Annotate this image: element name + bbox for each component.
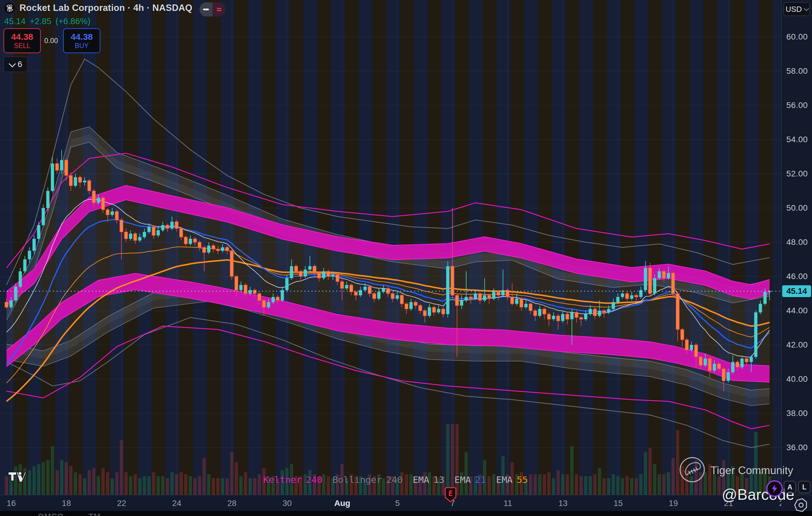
- price-axis-label: 52.00: [786, 169, 808, 178]
- atom-icon: [4, 2, 16, 13]
- price-axis-label: 56.00: [786, 101, 808, 110]
- buy-label: BUY: [75, 42, 88, 50]
- svg-text:E: E: [448, 489, 453, 498]
- chevron-down-icon: [804, 6, 809, 11]
- time-axis[interactable]: 161822242830Aug57111315192125: [0, 495, 781, 511]
- legend-item[interactable]: 55: [517, 475, 527, 485]
- earnings-badge-icon[interactable]: E: [444, 487, 457, 504]
- price-change: +2.85: [30, 17, 51, 26]
- chart-style-toggle[interactable]: ≈: [200, 2, 225, 17]
- chevron-down-icon: [8, 60, 16, 67]
- sell-price: 44.38: [11, 32, 33, 42]
- legend-item[interactable]: Keltner: [263, 475, 302, 485]
- legend-item[interactable]: EMA: [455, 475, 471, 485]
- time-axis-label: 16: [6, 498, 16, 508]
- sell-button[interactable]: 44.38 SELL: [3, 28, 41, 53]
- bar-count-dropdown[interactable]: 6: [3, 57, 28, 72]
- time-axis-label: 30: [282, 498, 291, 508]
- currency-label: USD: [786, 5, 802, 14]
- last-price-tag: 45.14: [782, 285, 811, 297]
- price-change-pct: (+6.86%): [55, 17, 90, 26]
- last-price: 45.14: [4, 17, 26, 26]
- price-axis-label: 50.00: [786, 203, 808, 213]
- trading-chart-window: Rocket Lab Corporation · 4h · NASDAQ ≈ 4…: [0, 0, 812, 516]
- spread-value: 0.00: [44, 36, 58, 45]
- bottom-ticker-label: QMCO: [38, 512, 64, 516]
- symbol-title[interactable]: Rocket Lab Corporation · 4h · NASDAQ: [20, 3, 192, 13]
- legend-item[interactable]: EMA: [496, 475, 513, 485]
- time-axis-label: 18: [62, 498, 71, 508]
- price-axis-label: 54.00: [786, 135, 808, 144]
- price-axis-label: 58.00: [786, 66, 808, 76]
- time-axis-label: 24: [172, 498, 181, 508]
- legend-item[interactable]: EMA: [413, 475, 429, 485]
- log-button[interactable]: L: [798, 481, 811, 493]
- price-axis-label: 44.00: [786, 306, 808, 315]
- time-axis-label: 15: [613, 498, 622, 508]
- currency-selector[interactable]: USD: [784, 2, 810, 16]
- tiger-community-label: Tiger Community: [710, 464, 793, 477]
- bottom-ticker-strip: QMCOTM: [0, 511, 812, 516]
- chart-header: Rocket Lab Corporation · 4h · NASDAQ: [4, 2, 192, 13]
- price-change-line: 45.14 +2.85 (+6.86%): [4, 17, 90, 26]
- legend-item[interactable]: 240: [306, 475, 322, 485]
- time-axis-label: 22: [117, 498, 126, 508]
- price-axis-label: 42.00: [786, 340, 808, 350]
- tiger-community-watermark: Tiger Community: [678, 456, 793, 483]
- indicator-legend[interactable]: Keltner240Bollinger240EMA13EMA21EMA55: [263, 475, 528, 485]
- legend-item[interactable]: 21: [475, 475, 486, 485]
- time-axis-label: 28: [227, 498, 236, 508]
- buy-price: 44.38: [70, 32, 93, 42]
- legend-item[interactable]: 240: [386, 475, 403, 485]
- time-axis-label: 5: [395, 498, 400, 508]
- gear-icon[interactable]: [792, 497, 810, 515]
- time-axis-label: 19: [669, 498, 678, 508]
- time-axis-label: 11: [503, 498, 512, 508]
- buy-button[interactable]: 44.38 BUY: [63, 28, 100, 53]
- time-axis-label: 13: [558, 498, 568, 508]
- candlestick-chart-canvas[interactable]: [0, 0, 781, 495]
- price-axis[interactable]: 60.0058.0056.0054.0052.0050.0048.0046.00…: [781, 0, 812, 495]
- price-axis-label: 38.00: [786, 409, 808, 418]
- tradingview-logo[interactable]: [8, 471, 27, 484]
- minus-icon[interactable]: [200, 2, 212, 17]
- price-axis-label: 46.00: [786, 272, 808, 281]
- tiger-logo-icon: [678, 456, 706, 483]
- legend-item[interactable]: 13: [433, 475, 444, 485]
- legend-item[interactable]: Bollinger: [332, 475, 382, 485]
- time-axis-label: Aug: [334, 498, 350, 508]
- bottom-ticker-label: TM: [88, 512, 100, 516]
- lightning-icon[interactable]: [766, 480, 783, 497]
- price-axis-label: 48.00: [786, 237, 808, 247]
- price-axis-label: 40.00: [786, 374, 808, 384]
- auto-button[interactable]: A: [784, 481, 796, 493]
- price-axis-label: 60.00: [786, 32, 808, 41]
- bar-count-value: 6: [18, 60, 22, 69]
- price-axis-label: 36.00: [786, 443, 808, 452]
- sell-label: SELL: [14, 42, 30, 50]
